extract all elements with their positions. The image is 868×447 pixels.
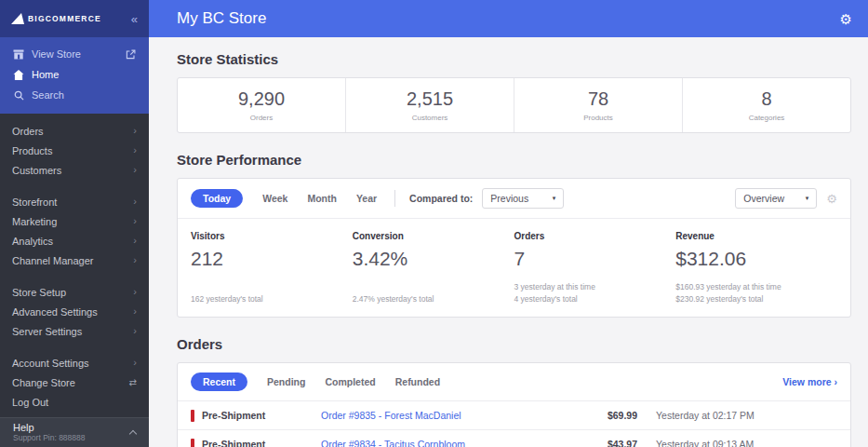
metric-orders: Orders 7 3 yesterday at this time 4 yest… xyxy=(514,231,676,304)
sidebar-item-label: Home xyxy=(32,69,59,80)
sidebar-item-analytics[interactable]: Analytics › xyxy=(0,231,149,251)
sidebar-item-search[interactable]: Search xyxy=(0,85,149,105)
sidebar-item-label: Advanced Settings xyxy=(12,306,98,318)
chevron-right-icon: › xyxy=(133,126,137,136)
sidebar: BIGCOMMERCE « View Store Home xyxy=(0,0,149,447)
dashboard-content: Store Statistics 9,290 Orders 2,515 Cust… xyxy=(149,37,868,447)
orders-card: Recent Pending Completed Refunded View m… xyxy=(177,362,851,447)
swap-store-icon: ⇄ xyxy=(129,377,137,387)
order-link[interactable]: Order #9835 - Forest MacDaniel xyxy=(321,410,586,421)
sidebar-item-orders[interactable]: Orders › xyxy=(0,121,149,141)
sidebar-item-store-setup[interactable]: Store Setup › xyxy=(0,282,149,302)
store-statistics-title: Store Statistics xyxy=(177,51,851,67)
orders-section-title: Orders xyxy=(177,336,851,352)
caret-down-icon: ▾ xyxy=(553,195,556,202)
performance-settings-gear-icon[interactable]: ⚙ xyxy=(826,193,837,205)
view-more-link[interactable]: View more › xyxy=(782,376,837,387)
order-status-label: Pre-Shipment xyxy=(202,439,265,447)
metric-subtext: $230.92 yesterday's total xyxy=(675,294,837,304)
sidebar-item-label: Products xyxy=(12,145,52,156)
metric-subtext: 4 yesterday's total xyxy=(514,294,676,304)
tab-year[interactable]: Year xyxy=(356,193,377,204)
chevron-right-icon: › xyxy=(133,236,137,246)
store-settings-gear-icon[interactable]: ⚙ xyxy=(840,12,852,26)
sidebar-item-label: Channel Manager xyxy=(12,255,93,266)
tab-month[interactable]: Month xyxy=(307,193,337,204)
metric-subtext xyxy=(191,282,353,291)
tab-refunded[interactable]: Refunded xyxy=(395,376,440,387)
nav-group-divider xyxy=(0,180,149,192)
compared-to-select[interactable]: Previous ▾ xyxy=(482,188,564,209)
sidebar-item-account-settings[interactable]: Account Settings › xyxy=(0,353,149,372)
sidebar-item-advanced-settings[interactable]: Advanced Settings › xyxy=(0,302,149,321)
performance-metrics: Visitors 212 162 yesterday's total Conve… xyxy=(178,219,850,317)
metric-subtext xyxy=(353,282,514,291)
tab-week[interactable]: Week xyxy=(262,193,287,204)
tab-recent[interactable]: Recent xyxy=(191,372,247,391)
sidebar-item-change-store[interactable]: Change Store ⇄ xyxy=(0,372,149,392)
tab-completed[interactable]: Completed xyxy=(325,376,375,387)
bigcommerce-sail-icon xyxy=(11,13,25,24)
chevron-right-icon: › xyxy=(133,287,137,297)
stat-label: Categories xyxy=(749,114,785,122)
orders-tabs: Recent Pending Completed Refunded View m… xyxy=(178,363,850,400)
sidebar-item-label: Server Settings xyxy=(12,326,82,337)
sidebar-item-view-store[interactable]: View Store xyxy=(0,44,149,64)
compared-to-value: Previous xyxy=(490,193,528,204)
status-color-bar xyxy=(191,410,194,422)
view-select-value: Overview xyxy=(743,193,784,204)
stat-label: Customers xyxy=(412,114,448,122)
tab-today[interactable]: Today xyxy=(191,189,243,208)
nav-group-divider xyxy=(0,270,149,282)
order-amount: $43.97 xyxy=(586,439,637,447)
caret-down-icon: ▾ xyxy=(806,195,809,202)
sidebar-item-label: Store Setup xyxy=(12,287,66,298)
storefront-icon xyxy=(13,49,24,60)
sidebar-help-panel[interactable]: Help Support Pin: 888888 xyxy=(0,417,149,447)
tab-pending[interactable]: Pending xyxy=(267,376,305,387)
sidebar-item-customers[interactable]: Customers › xyxy=(0,160,149,180)
sidebar-item-server-settings[interactable]: Server Settings › xyxy=(0,321,149,341)
chevron-right-icon: › xyxy=(133,358,137,368)
sidebar-item-storefront[interactable]: Storefront › xyxy=(0,192,149,211)
sidebar-item-channel-manager[interactable]: Channel Manager › xyxy=(0,251,149,270)
sidebar-item-products[interactable]: Products › xyxy=(0,141,149,160)
status-color-bar xyxy=(191,439,194,447)
chevron-up-icon xyxy=(129,430,137,438)
chevron-right-icon: › xyxy=(133,196,137,207)
metric-subtext: $160.93 yesterday at this time xyxy=(675,282,837,291)
metric-revenue: Revenue $312.06 $160.93 yesterday at thi… xyxy=(675,231,837,304)
sidebar-item-label: Change Store xyxy=(12,377,75,388)
sidebar-collapse-icon[interactable]: « xyxy=(131,13,138,25)
home-icon xyxy=(13,70,24,80)
metric-visitors: Visitors 212 162 yesterday's total xyxy=(191,231,353,304)
help-text-block: Help Support Pin: 888888 xyxy=(13,422,86,442)
metric-label: Orders xyxy=(514,231,676,241)
order-row: Pre-Shipment Order #9834 - Tacitus Cornb… xyxy=(178,429,850,447)
stat-customers: 2,515 Customers xyxy=(346,78,514,132)
order-amount: $69.99 xyxy=(586,410,637,421)
metric-subtext: 2.47% yesterday's total xyxy=(353,294,514,304)
stat-value: 8 xyxy=(761,88,771,110)
metric-label: Revenue xyxy=(675,231,837,241)
stat-label: Orders xyxy=(250,114,273,122)
order-link[interactable]: Order #9834 - Tacitus Cornbloom xyxy=(321,439,586,447)
store-statistics-card: 9,290 Orders 2,515 Customers 78 Products… xyxy=(177,77,851,133)
sidebar-item-marketing[interactable]: Marketing › xyxy=(0,211,149,231)
sidebar-item-home[interactable]: Home xyxy=(0,64,149,85)
sidebar-item-log-out[interactable]: Log Out xyxy=(0,392,149,412)
performance-controls: Today Week Month Year Compared to: Previ… xyxy=(178,179,850,219)
sidebar-item-label: Log Out xyxy=(12,397,48,408)
sidebar-item-label: Search xyxy=(32,89,64,101)
metric-label: Conversion xyxy=(353,231,514,241)
metric-value: 212 xyxy=(191,248,353,270)
view-select[interactable]: Overview ▾ xyxy=(735,188,817,209)
sidebar-item-label: Storefront xyxy=(12,196,57,208)
chevron-right-icon: › xyxy=(133,165,137,175)
metric-conversion: Conversion 3.42% 2.47% yesterday's total xyxy=(353,231,514,304)
support-pin: Support Pin: 888888 xyxy=(13,434,86,443)
chevron-right-icon: › xyxy=(133,216,137,226)
chevron-right-icon: › xyxy=(835,376,838,387)
stat-value: 78 xyxy=(588,88,608,110)
metric-label: Visitors xyxy=(191,231,353,241)
